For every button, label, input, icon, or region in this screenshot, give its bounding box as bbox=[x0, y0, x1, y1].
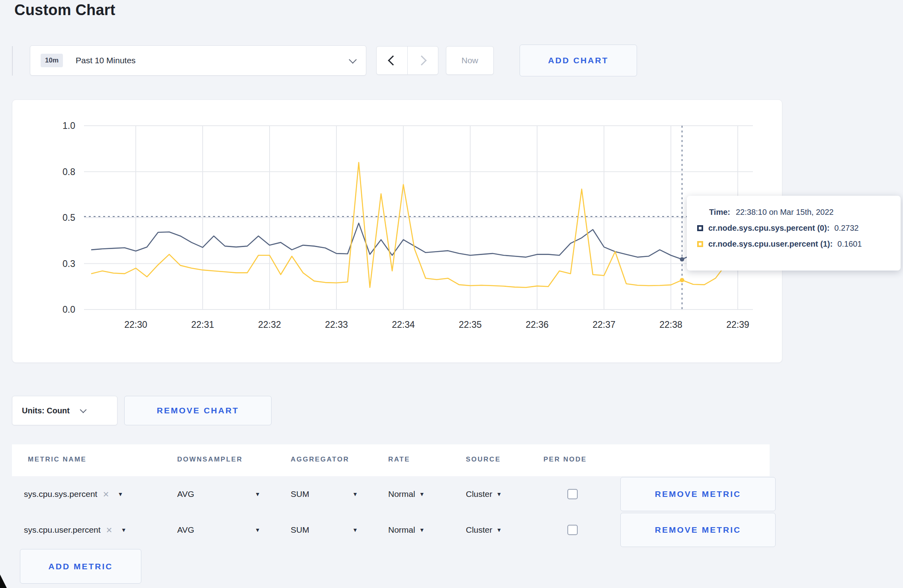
svg-text:22:31: 22:31 bbox=[191, 319, 214, 330]
tooltip-series-name: cr.node.sys.cpu.sys.percent (0): bbox=[708, 224, 830, 233]
series-swatch-icon bbox=[697, 225, 703, 231]
chevron-left-icon bbox=[388, 55, 398, 65]
metric-name-select[interactable]: sys.cpu.user.percent × ▼ bbox=[24, 512, 127, 548]
per-node-checkbox[interactable] bbox=[567, 525, 578, 535]
time-range-select[interactable]: 10m Past 10 Minutes bbox=[30, 45, 366, 76]
dropdown-arrow-icon[interactable]: ▼ bbox=[255, 476, 260, 512]
now-button[interactable]: Now bbox=[446, 46, 494, 75]
tooltip-series-value: 0.1601 bbox=[837, 239, 862, 249]
add-metric-button[interactable]: ADD METRIC bbox=[20, 549, 141, 584]
remove-metric-button[interactable]: REMOVE METRIC bbox=[620, 513, 776, 547]
metric-name-select[interactable]: sys.cpu.sys.percent × ▼ bbox=[24, 476, 123, 512]
chevron-right-icon bbox=[416, 55, 426, 65]
downsampler-value: AVG bbox=[177, 489, 194, 499]
units-select[interactable]: Units: Count bbox=[12, 396, 117, 425]
timeseries-chart[interactable]: 22:3022:3122:3222:3322:3422:3522:3622:37… bbox=[12, 100, 782, 362]
dropdown-arrow-icon: ▼ bbox=[121, 527, 127, 533]
time-window-badge: 10m bbox=[41, 54, 63, 67]
clear-metric-icon[interactable]: × bbox=[103, 488, 109, 500]
dropdown-arrow-icon[interactable]: ▼ bbox=[255, 512, 260, 548]
svg-text:22:37: 22:37 bbox=[592, 319, 616, 330]
aggregator-value: SUM bbox=[291, 489, 309, 499]
tooltip-time-value: 22:38:10 on Mar 15th, 2022 bbox=[736, 208, 834, 217]
metric-name-value: sys.cpu.sys.percent bbox=[24, 489, 97, 499]
metric-row: sys.cpu.sys.percent × ▼ AVG ▼ SUM ▼ Norm… bbox=[12, 476, 770, 512]
svg-text:0.8: 0.8 bbox=[63, 167, 75, 177]
svg-text:22:36: 22:36 bbox=[526, 319, 549, 330]
chevron-down-icon bbox=[80, 407, 86, 413]
svg-text:22:32: 22:32 bbox=[258, 319, 281, 330]
column-header-metric-name: METRIC NAME bbox=[28, 456, 86, 463]
svg-text:22:39: 22:39 bbox=[726, 319, 749, 330]
tooltip-series-name: cr.node.sys.cpu.user.percent (1): bbox=[708, 239, 833, 249]
column-header-per-node: PER NODE bbox=[543, 456, 587, 463]
source-value: Cluster bbox=[466, 525, 493, 535]
svg-text:0.5: 0.5 bbox=[63, 212, 75, 223]
dropdown-arrow-icon: ▼ bbox=[419, 527, 425, 533]
dropdown-arrow-icon[interactable]: ▼ bbox=[352, 512, 358, 548]
toolbar-divider bbox=[12, 46, 13, 76]
metrics-table-header: METRIC NAME DOWNSAMPLER AGGREGATOR RATE … bbox=[12, 444, 770, 476]
downsampler-select[interactable]: AVG bbox=[177, 512, 194, 548]
source-select[interactable]: Cluster ▼ bbox=[466, 512, 502, 548]
metric-name-value: sys.cpu.user.percent bbox=[24, 525, 101, 535]
time-stepper bbox=[376, 46, 438, 75]
source-value: Cluster bbox=[466, 489, 493, 499]
svg-text:22:33: 22:33 bbox=[325, 319, 348, 330]
chart-tooltip: Time: 22:38:10 on Mar 15th, 2022 cr.node… bbox=[687, 196, 901, 271]
svg-text:0.0: 0.0 bbox=[63, 304, 75, 315]
dropdown-arrow-icon: ▼ bbox=[496, 527, 502, 533]
dropdown-arrow-icon: ▼ bbox=[118, 491, 123, 497]
downsampler-value: AVG bbox=[177, 525, 194, 535]
svg-text:0.3: 0.3 bbox=[63, 259, 75, 269]
clear-metric-icon[interactable]: × bbox=[106, 524, 112, 536]
downsampler-select[interactable]: AVG bbox=[177, 476, 194, 512]
aggregator-value: SUM bbox=[291, 525, 309, 535]
remove-metric-button[interactable]: REMOVE METRIC bbox=[620, 477, 776, 511]
aggregator-select[interactable]: SUM bbox=[291, 476, 309, 512]
rate-select[interactable]: Normal ▼ bbox=[388, 512, 425, 548]
dropdown-arrow-icon[interactable]: ▼ bbox=[352, 476, 358, 512]
tooltip-series-value: 0.2732 bbox=[835, 224, 859, 233]
page-title: Custom Chart bbox=[14, 2, 115, 19]
svg-text:1.0: 1.0 bbox=[63, 121, 75, 131]
svg-text:22:34: 22:34 bbox=[392, 319, 415, 330]
series-swatch-icon bbox=[697, 241, 703, 247]
rate-value: Normal bbox=[388, 489, 415, 499]
chart-card[interactable]: 22:3022:3122:3222:3322:3422:3522:3622:37… bbox=[12, 99, 782, 363]
units-label: Units: Count bbox=[22, 406, 70, 415]
rate-select[interactable]: Normal ▼ bbox=[388, 476, 425, 512]
time-window-label: Past 10 Minutes bbox=[76, 56, 136, 65]
chevron-down-icon bbox=[349, 56, 357, 64]
cursor-artifact bbox=[0, 574, 7, 588]
dropdown-arrow-icon: ▼ bbox=[419, 491, 425, 497]
column-header-rate: RATE bbox=[388, 456, 410, 463]
per-node-checkbox[interactable] bbox=[567, 489, 578, 499]
source-select[interactable]: Cluster ▼ bbox=[466, 476, 502, 512]
svg-text:22:35: 22:35 bbox=[459, 319, 482, 330]
aggregator-select[interactable]: SUM bbox=[291, 512, 309, 548]
add-chart-button[interactable]: ADD CHART bbox=[520, 45, 637, 76]
per-node-cell bbox=[567, 512, 578, 548]
svg-text:22:30: 22:30 bbox=[124, 319, 147, 330]
column-header-source: SOURCE bbox=[466, 456, 501, 463]
time-backward-button[interactable] bbox=[377, 47, 407, 74]
column-header-downsampler: DOWNSAMPLER bbox=[177, 456, 242, 463]
metric-row: sys.cpu.user.percent × ▼ AVG ▼ SUM ▼ Nor… bbox=[12, 512, 770, 548]
rate-value: Normal bbox=[388, 525, 415, 535]
column-header-aggregator: AGGREGATOR bbox=[291, 456, 349, 463]
time-forward-button[interactable] bbox=[408, 47, 438, 74]
remove-chart-button[interactable]: REMOVE CHART bbox=[124, 396, 272, 425]
dropdown-arrow-icon: ▼ bbox=[496, 491, 502, 497]
svg-text:22:38: 22:38 bbox=[659, 319, 682, 330]
per-node-cell bbox=[567, 476, 578, 512]
tooltip-time-label: Time: bbox=[709, 208, 730, 217]
